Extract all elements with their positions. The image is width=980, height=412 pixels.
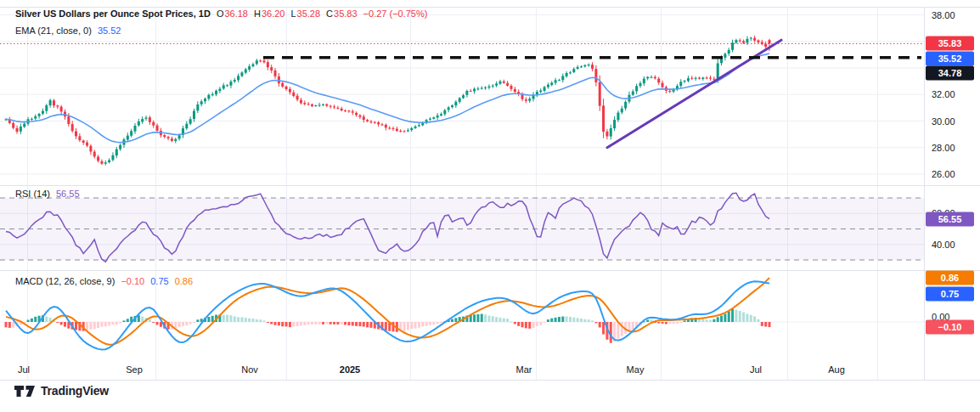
price-panel	[0, 36, 924, 166]
time-axis-label: Jul	[18, 364, 30, 375]
price-chart-canvas[interactable]	[0, 0, 980, 412]
macd-legend[interactable]: MACD (12, 26, close, 9) −0.10 0.75 0.86	[15, 276, 193, 286]
candles	[5, 36, 771, 166]
time-axis-label: Nov	[241, 364, 258, 375]
time-axis-label: 2025	[340, 364, 360, 375]
time-axis-label: Jul	[750, 364, 762, 375]
ema-line	[6, 54, 769, 143]
time-axis-label: Sep	[126, 364, 143, 375]
ema-legend[interactable]: EMA (21, close, 0) 35.52	[15, 25, 121, 36]
macd-badge: 0.86	[926, 271, 974, 285]
macd-panel	[5, 278, 771, 350]
macd-badge: −0.10	[926, 320, 974, 335]
macd-badge: 0.75	[926, 287, 974, 302]
price-axis-label: 28.00	[932, 143, 955, 153]
price-badge: 34.78	[926, 66, 974, 81]
rsi-badge: 56.55	[926, 212, 974, 226]
price-axis-label: 26.00	[932, 169, 955, 179]
ohlc-open: O36.18	[217, 8, 248, 19]
ema-label: EMA (21, close, 0)	[15, 25, 92, 36]
price-axis-label: 30.00	[932, 116, 955, 127]
gridlines	[0, 8, 924, 380]
ohlc-close: C35.83	[326, 8, 357, 19]
macd-label: MACD (12, 26, close, 9)	[15, 276, 115, 286]
price-badge: 35.83	[926, 37, 974, 51]
tradingview-logo[interactable]: TradingView	[14, 384, 109, 398]
macd-line	[6, 281, 769, 349]
macd-signal-value: 0.86	[175, 276, 193, 286]
rsi-panel	[0, 193, 924, 262]
time-axis-label: Aug	[828, 364, 845, 375]
price-badge: 35.52	[926, 51, 974, 65]
rsi-axis-label: 40.00	[932, 240, 955, 250]
ohlc-high: H36.20	[254, 8, 284, 19]
rsi-legend[interactable]: RSI (14) 56.55	[15, 189, 80, 199]
macd-signal-line	[6, 278, 769, 345]
symbol-legend[interactable]: Silver US Dollars per Ounce Spot Prices,…	[15, 8, 427, 19]
rsi-value: 56.55	[56, 189, 80, 199]
price-axis-label: 32.00	[932, 89, 955, 99]
tradingview-logo-text: TradingView	[41, 384, 109, 398]
ohlc-low: L35.28	[290, 8, 320, 19]
tradingview-logo-icon	[14, 385, 36, 398]
macd-line-value: 0.75	[150, 276, 168, 286]
panel-separators	[0, 8, 980, 381]
symbol-title: Silver US Dollars per Ounce Spot Prices,…	[15, 8, 211, 19]
rsi-label: RSI (14)	[15, 189, 50, 199]
macd-hist-value: −0.10	[121, 276, 144, 286]
time-axis-label: May	[627, 364, 645, 375]
ema-value: 35.52	[98, 25, 121, 36]
price-axis-label: 38.00	[932, 10, 955, 20]
price-change: −0.27 (−0.75%)	[363, 8, 428, 19]
time-axis-label: Mar	[516, 364, 532, 375]
